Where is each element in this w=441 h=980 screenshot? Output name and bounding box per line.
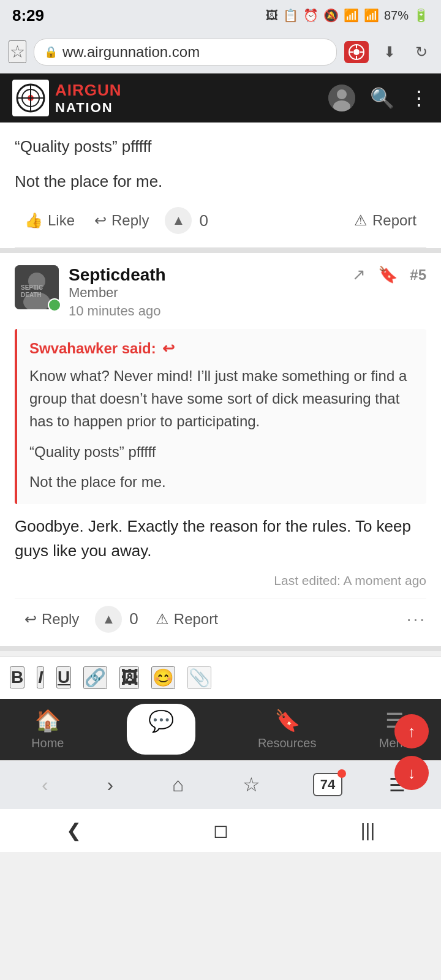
post5-report-button[interactable]: ⚠ Report — [146, 605, 228, 634]
italic-button[interactable]: I — [37, 666, 44, 688]
down-arrow-icon: ↓ — [408, 764, 416, 783]
quote-block: Swvahawker said: ↩ Know what? Never mind… — [15, 329, 426, 504]
system-home-button[interactable]: ◻ — [213, 820, 228, 841]
report-icon: ⚠ — [354, 212, 368, 229]
browser-action-buttons: ⬇ ↻ — [344, 41, 432, 63]
post5-vote-count: 0 — [122, 609, 145, 628]
system-recents-button[interactable]: ||| — [361, 820, 375, 841]
online-indicator — [48, 298, 61, 312]
post-meta: Septicdeath Member 10 minutes ago — [69, 265, 166, 319]
attachment-button[interactable]: 📎 — [187, 666, 211, 689]
url-text: ww.airgunnation.com — [62, 43, 200, 61]
browser-address-bar: ☆ 🔒 ww.airgunnation.com ⬇ ↻ — [0, 31, 441, 74]
logo-nation-text: NATION — [55, 100, 122, 116]
svg-text:DEATH: DEATH — [21, 292, 42, 298]
address-bar[interactable]: 🔒 ww.airgunnation.com — [34, 39, 337, 66]
tab-counter-wrapper[interactable]: 74 — [313, 773, 342, 796]
logo-icon — [12, 80, 49, 116]
quote-author-text: Swvahawker said: — [29, 340, 156, 357]
upvote-button[interactable]: ▲ — [165, 207, 192, 234]
post5-upvote-button[interactable]: ▲ — [95, 606, 122, 633]
post-5-actions: ↩ Reply ▲ 0 ⚠ Report ··· — [15, 598, 426, 634]
quote-paragraph-3: Not the place for me. — [29, 470, 414, 493]
site-logo[interactable]: AIRGUN NATION — [12, 80, 122, 116]
more-options-icon[interactable]: ⋮ — [409, 86, 429, 110]
logo-text: AIRGUN NATION — [55, 81, 122, 116]
thumbs-up-icon: 👍 — [24, 212, 43, 229]
bottom-navigation: 🏠 Home 💬 Forums 🔖 Resources ☰ Menu — [0, 699, 441, 760]
site-icon-button[interactable] — [344, 41, 369, 63]
quote-paragraph-2: “Quality posts” pfffff — [29, 440, 414, 463]
more-options-dots[interactable]: ··· — [407, 609, 426, 629]
post-number: #5 — [410, 266, 426, 284]
quote-author: Swvahawker said: ↩ — [29, 340, 414, 357]
photo-icon: 🖼 — [266, 9, 278, 23]
post5-report-label: Report — [174, 611, 218, 628]
scroll-down-fab[interactable]: ↓ — [394, 756, 429, 790]
share-icon[interactable]: ↗ — [352, 265, 366, 284]
reply-label: Reply — [111, 212, 149, 229]
download-button[interactable]: ⬇ — [379, 41, 401, 63]
mute-icon: 🔕 — [323, 8, 339, 23]
prev-post-actions: 👍 Like ↩ Reply ▲ 0 ⚠ Report — [15, 194, 426, 248]
home-label: Home — [31, 736, 64, 750]
battery-indicator: 87% — [384, 9, 409, 23]
bookmark-star-button[interactable]: ☆ — [9, 40, 26, 63]
post-username[interactable]: Septicdeath — [69, 265, 166, 285]
logo-airgun-text: AIRGUN — [55, 81, 122, 100]
wifi-icon: 📶 — [344, 8, 359, 23]
post-avatar-wrapper: SEPTIC DEATH — [15, 265, 59, 309]
search-icon[interactable]: 🔍 — [370, 86, 394, 110]
report-button[interactable]: ⚠ Report — [344, 206, 426, 235]
refresh-button[interactable]: ↻ — [410, 41, 432, 63]
site-header-actions: 🔍 ⋮ — [328, 85, 429, 111]
system-navigation: ❮ ◻ ||| — [0, 809, 441, 852]
system-back-button[interactable]: ❮ — [66, 820, 81, 841]
forums-icon: 💬 — [148, 709, 174, 733]
battery-icon: 🔋 — [413, 8, 429, 23]
post-body: Goodbye. Jerk. Exactly the reason for th… — [15, 514, 426, 564]
browser-back-button[interactable]: ‹ — [36, 767, 55, 802]
browser-favorites-button[interactable]: ☆ — [236, 767, 266, 802]
tab-notification-dot — [337, 769, 346, 778]
nav-resources[interactable]: 🔖 Resources — [246, 702, 329, 756]
bookmark-icon[interactable]: 🔖 — [378, 265, 398, 284]
emoji-button[interactable]: 😊 — [151, 666, 175, 689]
image-button[interactable]: 🖼 — [119, 666, 139, 689]
status-icons: 🖼 📋 ⏰ 🔕 📶 📶 87% 🔋 — [266, 8, 429, 23]
scroll-up-fab[interactable]: ↑ — [394, 714, 429, 748]
post5-reply-button[interactable]: ↩ Reply — [15, 605, 89, 634]
prev-post-line2: Not the place for me. — [15, 170, 426, 194]
resources-label: Resources — [258, 736, 317, 750]
section-divider — [0, 248, 441, 253]
like-button[interactable]: 👍 Like — [15, 206, 85, 235]
svg-text:SEPTIC: SEPTIC — [21, 284, 43, 291]
post-role: Member — [69, 285, 166, 301]
post5-reply-icon: ↩ — [24, 611, 37, 628]
lock-icon: 🔒 — [44, 45, 58, 59]
browser-home-button[interactable]: ⌂ — [166, 767, 190, 802]
underline-button[interactable]: U — [56, 666, 71, 688]
post-5: SEPTIC DEATH Septicdeath Member 10 minut… — [0, 253, 441, 646]
previous-post-tail: “Quality posts” pfffff Not the place for… — [0, 123, 441, 248]
status-bar: 8:29 🖼 📋 ⏰ 🔕 📶 📶 87% 🔋 — [0, 0, 441, 31]
editor-toolbar: B I U 🔗 🖼 😊 📎 — [0, 656, 441, 699]
fab-container: ↑ ↓ — [394, 714, 429, 790]
quote-reply-icon: ↩ — [162, 340, 175, 357]
post5-reply-label: Reply — [42, 611, 79, 628]
nav-forums[interactable]: 💬 Forums — [115, 698, 208, 761]
user-avatar-header[interactable] — [328, 85, 355, 111]
bold-button[interactable]: B — [10, 666, 24, 688]
post5-report-icon: ⚠ — [156, 611, 169, 628]
resources-icon: 🔖 — [274, 708, 300, 733]
browser-forward-button[interactable]: › — [100, 767, 119, 802]
quote-text: Know what? Never mind! I’ll just make so… — [29, 364, 414, 493]
link-button[interactable]: 🔗 — [83, 666, 107, 689]
reply-button[interactable]: ↩ Reply — [85, 206, 159, 235]
alarm-icon: ⏰ — [303, 8, 318, 23]
browser-bottom-bar: ‹ › ⌂ ☆ 74 ☰ — [0, 760, 441, 809]
forums-active-bg: 💬 Forums — [127, 704, 195, 755]
editor-divider — [0, 646, 441, 651]
svg-point-1 — [353, 49, 360, 55]
nav-home[interactable]: 🏠 Home — [19, 702, 76, 756]
